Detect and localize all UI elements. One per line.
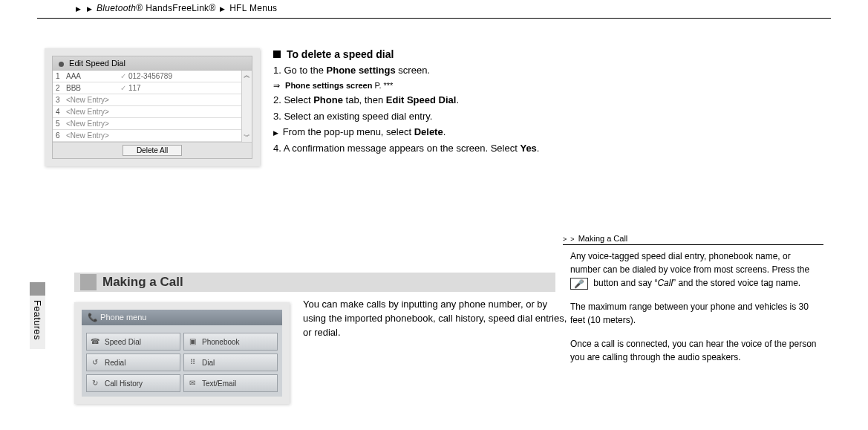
chevron-right-icon: ▶	[87, 5, 92, 13]
section-square-icon	[80, 274, 97, 290]
heading-text: To delete a speed dial	[287, 48, 394, 60]
row-index: 4	[56, 108, 66, 116]
row-number: 012-3456789	[128, 72, 238, 80]
redial-icon: ↺	[90, 358, 100, 367]
row-number: 117	[128, 84, 238, 92]
sidebar-heading: > > Making a Call	[563, 234, 823, 245]
breadcrumb-tail: HFL Menus	[229, 3, 277, 13]
speed-dial-row[interactable]: 1 AAA ✓ 012-3456789	[53, 71, 241, 82]
row-name: BBB	[66, 84, 118, 92]
section-heading-bar: Making a Call	[74, 273, 555, 292]
text-email-button[interactable]: ✉ Text/Email	[183, 374, 278, 392]
row-index: 1	[56, 72, 66, 80]
breadcrumb-reg: ®	[136, 3, 143, 13]
speed-dial-title: Edit Speed Dial	[69, 59, 125, 68]
dial-button[interactable]: ⠿ Dial	[183, 354, 278, 371]
step-3-sub: ▶ From the pop-up menu, select Delete.	[273, 125, 541, 140]
call-history-icon: ↻	[90, 379, 100, 388]
phone-menu-title: 📞 Phone menu	[82, 310, 282, 325]
arrow-icon: ⇒	[273, 81, 280, 90]
speed-dial-row[interactable]: 6 <New Entry>	[53, 130, 241, 142]
row-index: 3	[56, 96, 66, 104]
speed-dial-screenshot: Edit Speed Dial 1 AAA ✓ 012-3456789 2 BB…	[45, 48, 260, 166]
sidebar-title: Making a Call	[578, 234, 628, 243]
breadcrumb-bluetooth: Bluetooth	[97, 3, 136, 13]
step-4: 4. A confirmation message appears on the…	[273, 141, 541, 156]
row-name: <New Entry>	[66, 131, 118, 140]
speed-dial-icon: ☎	[90, 337, 100, 346]
call-history-button[interactable]: ↻ Call History	[86, 374, 180, 392]
row-name: <New Entry>	[66, 120, 118, 128]
voice-tag-icon: ✓	[118, 84, 128, 92]
step-3: 3. Select an existing speed dial entry.	[273, 109, 541, 124]
scroll-down-icon[interactable]: ︾	[242, 132, 252, 142]
row-index: 2	[56, 84, 66, 92]
chevron-right-icon: ▶	[220, 5, 225, 13]
square-bullet-icon	[273, 51, 281, 58]
section-paragraph: You can make calls by inputting any phon…	[303, 298, 570, 340]
phone-menu-screenshot: 📞 Phone menu ☎ Speed Dial ▣ Phonebook	[74, 302, 290, 404]
phonebook-icon: ▣	[187, 337, 198, 346]
speed-dial-button[interactable]: ☎ Speed Dial	[86, 333, 180, 351]
phonebook-button[interactable]: ▣ Phonebook	[183, 333, 278, 351]
delete-all-button[interactable]: Delete All	[123, 145, 182, 156]
scroll-up-icon[interactable]: ︽	[242, 71, 252, 80]
section-title: Making a Call	[102, 275, 183, 290]
voice-tag-icon: ✓	[118, 72, 128, 80]
dial-icon: ⠿	[187, 358, 198, 367]
bullet-icon	[59, 62, 64, 67]
row-name: <New Entry>	[66, 108, 118, 116]
breadcrumb: ▶ ▶ Bluetooth® HandsFreeLink® ▶ HFL Menu…	[74, 3, 794, 13]
chevron-right-icon: ▶	[76, 5, 81, 13]
page-header: ▶ ▶ Bluetooth® HandsFreeLink® ▶ HFL Menu…	[37, 0, 831, 19]
breadcrumb-hfl: HandsFreeLink®	[146, 3, 215, 13]
speed-dial-row[interactable]: 4 <New Entry>	[53, 106, 241, 118]
phone-icon: 📞	[88, 313, 98, 322]
speed-dial-title-bar: Edit Speed Dial	[53, 56, 252, 71]
speed-dial-row[interactable]: 2 BBB ✓ 117	[53, 82, 241, 94]
instruction-list: 1. Go to the Phone settings screen. ⇒ Ph…	[273, 63, 541, 155]
triangle-icon: ▶	[273, 129, 278, 137]
row-name: AAA	[66, 72, 118, 80]
redial-button[interactable]: ↺ Redial	[86, 354, 180, 371]
text-email-icon: ✉	[187, 379, 198, 388]
speed-dial-row[interactable]: 3 <New Entry>	[53, 94, 241, 106]
row-name: <New Entry>	[66, 96, 118, 104]
step-1-xref: ⇒ Phone settings screen P. ***	[273, 79, 541, 92]
row-index: 6	[56, 131, 66, 140]
chevron-right-icon: >	[563, 235, 567, 243]
chevron-right-icon: >	[570, 235, 574, 243]
row-index: 5	[56, 120, 66, 128]
scrollbar[interactable]: ︽ ︾	[241, 71, 252, 142]
speed-dial-row[interactable]: 5 <New Entry>	[53, 118, 241, 130]
step-2: 2. Select Phone tab, then Edit Speed Dia…	[273, 93, 541, 108]
instruction-heading: To delete a speed dial	[273, 48, 541, 60]
step-1: 1. Go to the Phone settings screen.	[273, 63, 541, 78]
